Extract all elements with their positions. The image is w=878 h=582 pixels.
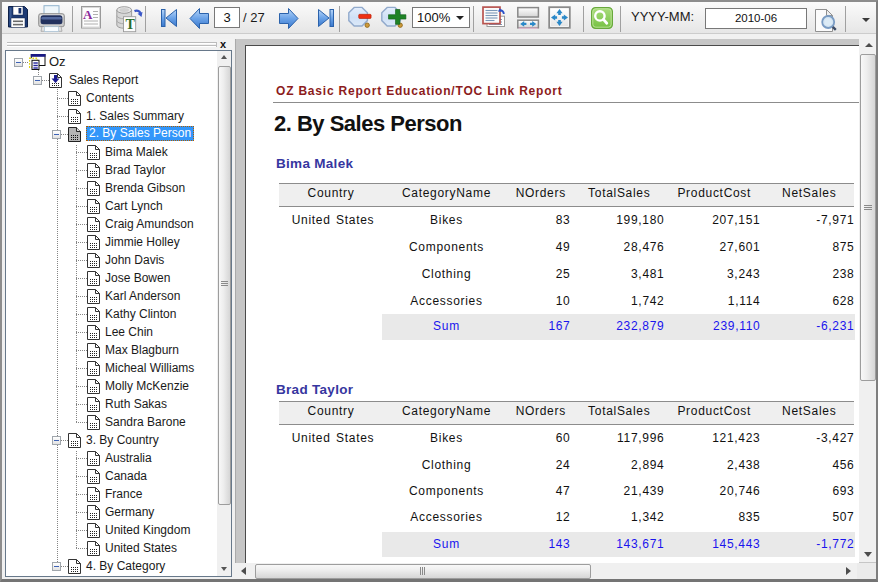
svg-text:T: T [125, 17, 135, 32]
svg-text:A: A [83, 7, 93, 22]
